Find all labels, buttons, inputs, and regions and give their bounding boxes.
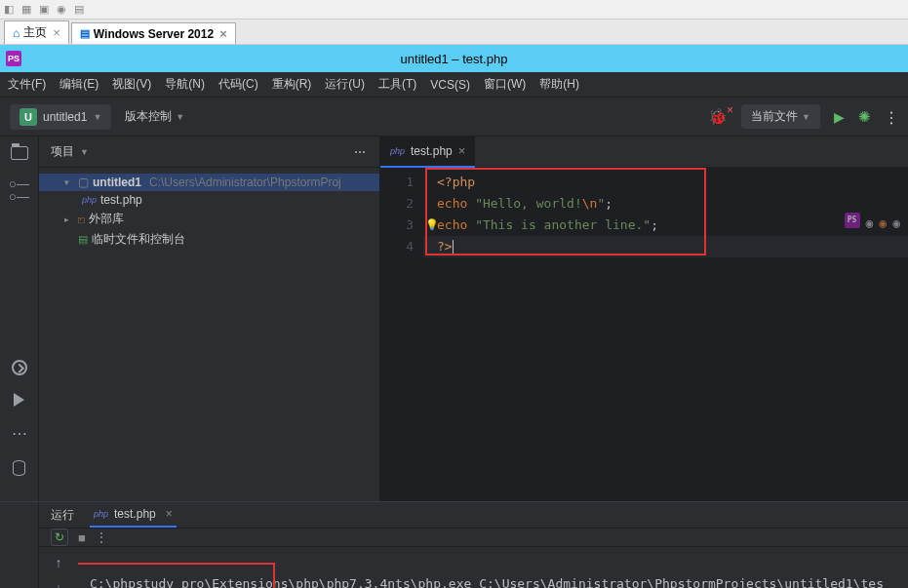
more-tools-icon[interactable]: ⋯	[12, 424, 26, 443]
run-left-spacer-rail	[0, 502, 39, 588]
up-arrow-icon[interactable]: ↑	[56, 555, 62, 570]
menu-file[interactable]: 文件(F)	[8, 76, 46, 93]
project-panel-title: 项目	[51, 143, 74, 160]
run-play-icon[interactable]: ▶	[834, 109, 845, 125]
browser-chrome-icon[interactable]: ◉	[866, 213, 874, 234]
chevron-down-icon: ▼	[176, 112, 184, 122]
outer-tab-label: Windows Server 2012	[94, 27, 214, 41]
line-number: 2	[380, 193, 414, 215]
editor-area: php test.php × 1 2 3 4 💡 <?php echo "Hel…	[380, 137, 908, 501]
bug-disabled-icon[interactable]: 🐞	[708, 107, 728, 126]
php-file-icon: php	[82, 195, 97, 205]
database-tool-icon[interactable]	[13, 460, 25, 476]
tree-root-path: C:\Users\Administrator\PhpstormProj	[149, 176, 341, 189]
menu-tools[interactable]: 工具(T)	[378, 76, 416, 93]
browser-firefox-icon[interactable]: ◉	[879, 213, 887, 234]
menu-code[interactable]: 代码(C)	[218, 76, 258, 93]
menu-window[interactable]: 窗口(W)	[484, 76, 526, 93]
menu-refactor[interactable]: 重构(R)	[272, 76, 312, 93]
project-name-label: untitled1	[43, 110, 87, 124]
rerun-icon[interactable]: ↻	[51, 529, 68, 546]
phpstorm-app-icon: PS	[6, 51, 21, 66]
project-selector-button[interactable]: U untitled1 ▼	[10, 104, 111, 130]
project-tree: ▾ ▢ untitled1 C:\Users\Administrator\Php…	[39, 168, 379, 255]
annotation-box-code	[425, 168, 706, 255]
line-gutter: 1 2 3 4	[380, 168, 423, 501]
run-tab-test-php[interactable]: php test.php ×	[90, 502, 177, 528]
code-content[interactable]: 💡 <?php echo "Hello, world!\n"; echo "Th…	[423, 168, 908, 501]
windows-icon: ▤	[80, 27, 90, 40]
window-titlebar: PS untitled1 – test.php	[0, 45, 908, 72]
project-panel-header: 项目 ▼ ⋯	[39, 137, 379, 168]
run-tool-icon[interactable]	[14, 393, 24, 407]
project-panel: 项目 ▼ ⋯ ▾ ▢ untitled1 C:\Users\Administra…	[39, 137, 380, 501]
close-icon[interactable]: ×	[458, 143, 466, 158]
close-icon[interactable]: ×	[166, 507, 173, 521]
vcs-label: 版本控制	[125, 108, 172, 125]
chevron-down-icon[interactable]: ▼	[80, 147, 89, 157]
editor-tab-test-php[interactable]: php test.php ×	[380, 137, 475, 168]
run-tab-label: test.php	[114, 507, 156, 521]
services-tool-icon[interactable]	[8, 357, 30, 379]
php-file-icon: php	[390, 146, 405, 156]
tree-file-label: test.php	[100, 193, 142, 207]
chevron-down-icon: ▼	[93, 112, 101, 122]
tree-file-test-php[interactable]: php test.php	[39, 191, 379, 209]
outer-tab-home[interactable]: ⌂ 主页 ×	[4, 20, 69, 44]
close-icon[interactable]: ×	[219, 26, 227, 41]
editor-body[interactable]: 1 2 3 4 💡 <?php echo "Hello, world!\n"; …	[380, 168, 908, 501]
project-badge-icon: U	[20, 108, 37, 126]
ide-toolbar: U untitled1 ▼ 版本控制 ▼ 🐞 当前文件 ▼ ▶ ✺ ⋯	[0, 98, 908, 137]
run-output-rail: ↑ ↓ ⇥ ⤓	[39, 547, 78, 588]
more-vertical-icon[interactable]: ⋮	[96, 530, 107, 544]
menu-run[interactable]: 运行(U)	[325, 76, 365, 93]
more-horizontal-icon[interactable]: ⋯	[354, 145, 368, 159]
menu-edit[interactable]: 编辑(E)	[59, 76, 99, 93]
tree-root-folder[interactable]: ▾ ▢ untitled1 C:\Users\Administrator\Php…	[39, 174, 379, 191]
outer-tab-label: 主页	[23, 24, 47, 41]
menu-help[interactable]: 帮助(H)	[539, 76, 579, 93]
run-panel: 运行 php test.php × ↻ ■ ⋮ ↑ ↓ ⇥ ⤓ C:\phpst…	[0, 501, 908, 588]
line-number: 1	[380, 172, 414, 193]
line-number: 3	[380, 215, 414, 236]
close-icon[interactable]: ×	[53, 25, 60, 40]
browser-other-icon[interactable]: ◉	[892, 213, 900, 234]
home-icon: ⌂	[13, 26, 20, 40]
stop-icon[interactable]: ■	[78, 530, 86, 545]
project-tool-icon[interactable]	[11, 146, 28, 160]
menu-view[interactable]: 视图(V)	[112, 76, 151, 93]
outer-tab-windows-server[interactable]: ▤ Windows Server 2012 ×	[71, 22, 236, 44]
outer-tabbar: ⌂ 主页 × ▤ Windows Server 2012 ×	[0, 20, 908, 45]
phpstorm-icon[interactable]: PS	[845, 213, 860, 228]
library-icon: ⏍	[78, 214, 85, 225]
run-panel-title: 运行	[51, 507, 74, 524]
more-vertical-icon[interactable]: ⋯	[883, 110, 901, 124]
run-config-label: 当前文件	[751, 108, 798, 125]
menu-navigate[interactable]: 导航(N)	[165, 76, 205, 93]
tree-root-label: untitled1	[93, 176, 141, 189]
folder-icon: ▢	[78, 176, 89, 189]
intention-bulb-icon[interactable]: 💡	[425, 215, 439, 236]
scratch-icon: ▤	[78, 233, 88, 246]
editor-side-icons: PS ◉ ◉ ◉	[845, 213, 900, 234]
down-arrow-icon[interactable]: ↓	[56, 580, 62, 588]
vcs-button[interactable]: 版本控制 ▼	[125, 108, 184, 125]
chevron-down-icon: ▾	[64, 177, 74, 187]
run-config-selector[interactable]: 当前文件 ▼	[741, 104, 820, 129]
annotation-box-output	[78, 563, 275, 588]
line-number: 4	[380, 236, 414, 257]
run-output[interactable]: C:\phpstudy_pro\Extensions\php\php7.3.4n…	[78, 547, 908, 588]
menubar: 文件(F) 编辑(E) 视图(V) 导航(N) 代码(C) 重构(R) 运行(U…	[0, 72, 908, 98]
structure-tool-icon[interactable]: ○—○—	[9, 177, 29, 203]
run-panel-header: 运行 php test.php ×	[39, 502, 908, 529]
tree-scratch-label: 临时文件和控制台	[92, 231, 185, 248]
outer-quick-toolbar: ◧▦▣◉▤	[0, 0, 908, 20]
chevron-right-icon: ▸	[64, 215, 74, 224]
menu-vcs[interactable]: VCS(S)	[430, 78, 470, 92]
editor-tabbar: php test.php ×	[380, 137, 908, 168]
debug-icon[interactable]: ✺	[858, 108, 871, 126]
php-file-icon: php	[94, 509, 108, 519]
tree-external-libs[interactable]: ▸ ⏍ 外部库	[39, 209, 379, 229]
tree-scratches[interactable]: ▤ 临时文件和控制台	[39, 229, 379, 250]
main-area: ○—○— ⋯ 项目 ▼ ⋯ ▾ ▢ untitled1 C:\Users\Adm…	[0, 137, 908, 501]
